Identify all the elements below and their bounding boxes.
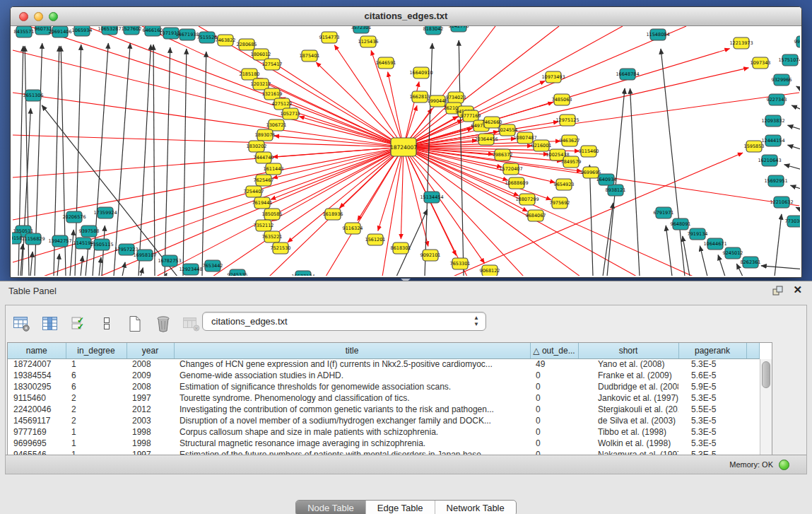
scrollbar-thumb[interactable]	[762, 361, 770, 388]
graph-node-label: 16210643	[758, 158, 781, 163]
graph-node-label: 939158	[12, 235, 22, 241]
table-cell: 1	[66, 358, 126, 370]
table-cell: 2003	[126, 415, 174, 426]
graph-node-label: 7444740	[254, 155, 274, 160]
table-row[interactable]: 2242004622012Investigating the contribut…	[8, 404, 760, 415]
table-settings-icon[interactable]	[11, 313, 33, 334]
graph-node-label: 6216001	[531, 143, 552, 148]
graph-node-label: 7485063	[552, 97, 572, 103]
close-window-button[interactable]	[19, 12, 28, 21]
table-row[interactable]: 1872400712008Changes of HCN gene express…	[8, 358, 760, 370]
table-row[interactable]: 1830029562008Estimation of significance …	[8, 381, 760, 392]
graph-node-label: 7653442	[203, 263, 223, 269]
graph-node-label: 1065934	[72, 28, 93, 33]
table-panel: Table Panel ✕	[0, 281, 812, 514]
column-header-short[interactable]: short	[578, 343, 678, 358]
graph-node-label: 1830202	[247, 144, 267, 149]
close-panel-icon[interactable]: ✕	[793, 284, 802, 296]
table-cell: 19384554	[8, 370, 66, 381]
table-cell: 18300295	[8, 381, 66, 392]
graph-node-label: 14671938	[175, 32, 199, 37]
graph-node-label: 1893076	[255, 132, 276, 138]
graph-edge	[788, 145, 800, 151]
delete-column-icon[interactable]: ✕	[181, 313, 202, 334]
table-header-row: namein_degreeyeartitle△ out_de...shortpa…	[8, 343, 760, 358]
table-cell: 5.3E-5	[678, 438, 746, 449]
tab-network-table[interactable]: Network Table	[435, 501, 516, 514]
table-cell: 6	[66, 370, 126, 381]
column-header-name[interactable]: name	[8, 343, 66, 358]
tab-edge-table[interactable]: Edge Table	[366, 501, 435, 514]
graph-node-label: 2185180	[240, 71, 260, 77]
table-cell: Wolkin et al. (1998)	[578, 438, 678, 449]
graph-node-label: 12093832	[761, 118, 784, 124]
table-row[interactable]: 969969511998Structural magnetic resonanc…	[8, 438, 760, 449]
graph-node-label: 15134454	[420, 194, 443, 200]
table-cell: Structural magnetic resonance image aver…	[174, 438, 530, 449]
column-header-stub	[746, 343, 760, 358]
table-cell	[746, 358, 760, 370]
show-columns-icon[interactable]	[40, 313, 61, 334]
table-toolbar: ✓ ✓	[11, 311, 230, 337]
table-row[interactable]: 911546021997Tourette syndrome. Phenomeno…	[8, 392, 760, 404]
row-height-icon[interactable]	[96, 313, 117, 334]
graph-node-label: 16648784	[616, 71, 639, 77]
table-cell: 1	[66, 438, 126, 449]
graph-edge	[141, 268, 143, 276]
select-all-icon[interactable]: ✓ ✓	[68, 313, 89, 334]
graph-node-label: 9227343	[767, 97, 787, 103]
graph-edge	[183, 49, 187, 276]
graph-node-label: 8183042	[423, 26, 444, 32]
table-cell: de Silva et al. (2003)	[578, 415, 678, 426]
table-cell	[746, 381, 760, 392]
table-row[interactable]: 1456911722003Disruption of a novel membe…	[8, 415, 760, 426]
graph-edge	[153, 45, 155, 276]
graph-node-label: 10688609	[505, 180, 528, 186]
table-cell: 0	[530, 415, 578, 426]
table-cell: 0	[530, 392, 578, 404]
graph-node-label: 1806012	[251, 52, 271, 57]
graph-edge	[382, 147, 404, 276]
graph-node-label: 9684067	[526, 213, 546, 218]
delete-table-icon[interactable]	[153, 313, 174, 334]
network-canvas-svg[interactable]: 8435571960731206914061065934106532871527…	[12, 26, 800, 276]
column-header-year[interactable]: year	[126, 343, 174, 358]
column-header-out_de[interactable]: △ out_de...	[530, 343, 578, 358]
graph-node-label: 1125436	[358, 39, 379, 45]
tab-node-table[interactable]: Node Table	[296, 501, 366, 514]
graph-edge	[404, 26, 686, 147]
table-cell: 14569117	[8, 415, 66, 426]
column-header-title[interactable]: title	[174, 343, 530, 358]
graph-node-label: 9092101	[420, 252, 441, 258]
new-table-icon[interactable]	[124, 313, 146, 334]
table-cell: 9777169	[8, 426, 66, 438]
zoom-window-button[interactable]	[49, 12, 58, 21]
graph-node-label: 15720407	[499, 166, 522, 172]
graph-node-label: 7521530	[271, 245, 291, 251]
table-cell: 0	[530, 370, 578, 381]
float-panel-icon[interactable]	[772, 286, 784, 296]
table-row[interactable]: 1938455462009Genome-wide association stu…	[8, 370, 760, 381]
minimize-window-button[interactable]	[34, 12, 43, 21]
graph-node-label: 1275417	[262, 62, 283, 67]
graph-edge	[57, 254, 59, 276]
graph-node-label: 9329966	[772, 77, 792, 83]
table-cell: Changes of HCN gene expression and I(f) …	[174, 358, 530, 370]
window-titlebar[interactable]: citations_edges.txt	[11, 7, 801, 26]
graph-edge	[404, 147, 502, 167]
table-cell: 2	[66, 415, 126, 426]
table-selector-dropdown[interactable]: citations_edges.txt ▲▼	[202, 312, 486, 331]
table-cell: 2009	[126, 370, 174, 381]
table-row[interactable]: 977716911998Corpus callosum shape and si…	[8, 426, 760, 438]
column-header-in_degree[interactable]: in_degree	[66, 343, 126, 358]
column-header-pagerank[interactable]: pagerank	[678, 343, 746, 358]
table-cell	[746, 392, 760, 404]
graph-node-label: 7462660	[482, 119, 502, 125]
graph-edge	[13, 50, 404, 147]
network-canvas[interactable]: 8435571960731206914061065934106532871527…	[12, 26, 800, 276]
graph-node-label: 1611443	[264, 166, 284, 172]
table-cell: 0	[530, 381, 578, 392]
table-cell: 1998	[126, 426, 174, 438]
graph-node-label: 15692951	[764, 178, 787, 184]
graph-edge	[784, 165, 800, 170]
